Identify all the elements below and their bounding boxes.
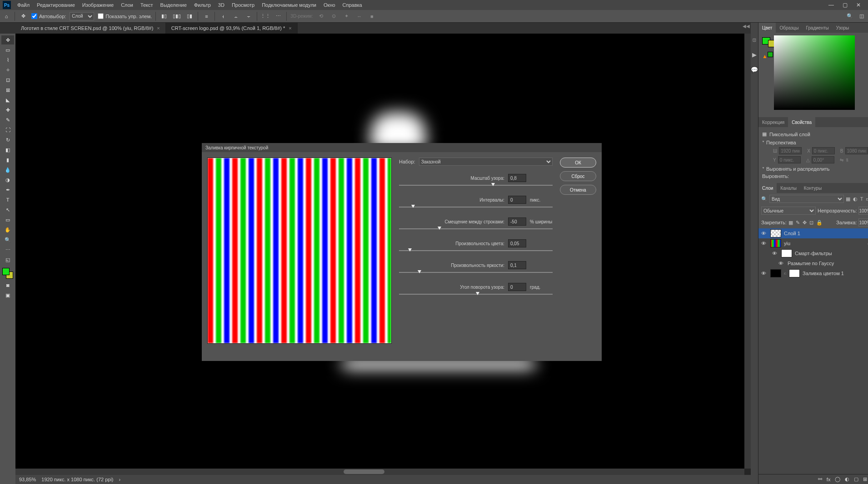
menu-file[interactable]: Файл (14, 2, 33, 8)
library-icon[interactable]: ⎅ (753, 36, 756, 43)
layer-filter-kind[interactable]: Вид (769, 195, 844, 203)
foreground-background-colors[interactable] (1, 267, 14, 280)
blend-mode-select[interactable]: Обычные (761, 207, 816, 215)
param-slider[interactable] (399, 250, 553, 251)
lock-paint-icon[interactable]: ✎ (796, 220, 800, 226)
screen-mode-icon[interactable]: ▣ (1, 291, 14, 300)
foreground-color[interactable] (2, 268, 10, 275)
link-layers-icon[interactable]: ⚯ (818, 476, 822, 482)
param-input[interactable] (508, 196, 526, 204)
lock-artboard-icon[interactable]: ⊡ (809, 220, 813, 226)
menu-layers[interactable]: Слои (117, 2, 137, 8)
align-right-icon[interactable]: ▯▮ (185, 12, 194, 21)
path-selection-tool[interactable]: ↖ (1, 205, 14, 214)
auto-select-checkbox[interactable]: Автовыбор: (31, 13, 66, 19)
angle-input[interactable] (812, 156, 834, 163)
rectangle-tool[interactable]: ▭ (1, 215, 14, 224)
tab-swatches[interactable]: Образцы (776, 23, 802, 33)
minimize-button[interactable]: — (824, 0, 838, 10)
eyedropper-tool[interactable]: ◣ (1, 95, 14, 104)
height-input[interactable] (845, 147, 868, 154)
tab-patterns[interactable]: Узоры (833, 23, 853, 33)
align-middle-icon[interactable]: ⫠ (231, 12, 240, 21)
layer-name[interactable]: Заливка цветом 1 (803, 271, 844, 276)
home-icon[interactable]: ⌂ (2, 12, 11, 21)
magic-wand-tool[interactable]: ✧ (1, 65, 14, 74)
comment-icon[interactable]: 💬 (751, 66, 758, 73)
tab-channels[interactable]: Каналы (777, 183, 800, 193)
zoom-level[interactable]: 93,85% (19, 477, 36, 482)
pattern-preview[interactable] (207, 158, 392, 344)
filter-adjust-icon[interactable]: ◐ (853, 196, 858, 202)
move-tool-icon[interactable]: ✥ (19, 12, 28, 21)
tab-properties[interactable]: Свойства (788, 117, 815, 127)
tab-adjustments[interactable]: Коррекция (758, 117, 788, 127)
tab-gradients[interactable]: Градиенты (802, 23, 832, 33)
param-input[interactable] (508, 239, 526, 247)
status-menu-icon[interactable]: › (119, 477, 121, 482)
visibility-toggle[interactable]: 👁 (772, 251, 778, 256)
menu-edit[interactable]: Редактирование (33, 2, 79, 8)
vertical-scrollbar[interactable] (744, 34, 751, 469)
document-tab[interactable]: Логотип в стиле CRT SCREEN.psd @ 100% (y… (15, 23, 166, 34)
new-layer-icon[interactable]: ⊞ (863, 476, 867, 482)
menu-help[interactable]: Справка (339, 2, 366, 8)
overflow-icon[interactable]: ⋯ (274, 12, 283, 21)
move-tool[interactable]: ✥ (1, 35, 14, 44)
visibility-toggle[interactable]: 👁 (778, 261, 785, 266)
quick-mask-icon[interactable]: ◙ (1, 281, 14, 290)
document-tab[interactable]: CRT-screen logo.psd @ 93,9% (Слой 1, RGB… (166, 23, 298, 34)
layer-row[interactable]: 👁 ⎌ Заливка цветом 1 (758, 268, 868, 278)
param-input[interactable] (508, 174, 526, 182)
x-input[interactable] (812, 147, 835, 154)
fill-input[interactable] (858, 218, 868, 227)
healing-brush-tool[interactable]: ✚ (1, 105, 14, 114)
menu-text[interactable]: Текст (137, 2, 157, 8)
workspace-icon[interactable]: ◫ (857, 12, 866, 21)
zoom-tool[interactable]: 🔍 (1, 235, 14, 244)
filter-pixel-icon[interactable]: ▦ (846, 196, 850, 202)
layer-name[interactable]: yiu (784, 241, 790, 246)
lasso-tool[interactable]: ⌇ (1, 55, 14, 64)
close-button[interactable]: ✕ (852, 0, 865, 10)
filter-shape-icon[interactable]: ▭ (866, 196, 868, 202)
clone-stamp-tool[interactable]: ⛶ (1, 125, 14, 134)
align-bottom-icon[interactable]: ⫟ (244, 12, 253, 21)
param-slider[interactable] (399, 294, 553, 295)
layer-row[interactable]: 👁 yiu ◎ ˄ (758, 238, 868, 248)
layer-row[interactable]: 👁 Смарт-фильтры (758, 248, 868, 258)
layer-row[interactable]: 👁 Слой 1 (758, 228, 868, 238)
layer-row[interactable]: 👁 Размытие по Гауссу ≡ (758, 258, 868, 268)
gradient-tool[interactable]: ▮ (1, 155, 14, 164)
distribute-icon[interactable]: ⋮⋮ (261, 12, 270, 21)
layer-thumbnail[interactable] (770, 239, 781, 247)
lock-position-icon[interactable]: ✥ (803, 220, 807, 226)
flip-h-icon[interactable]: ⇋ (840, 158, 843, 163)
group-icon[interactable]: ▢ (854, 476, 858, 482)
show-transform-controls[interactable]: Показать упр. элем. (98, 13, 152, 19)
collapse-panels-icon[interactable]: ◀◀ (743, 24, 750, 29)
param-slider[interactable] (399, 272, 553, 273)
type-tool[interactable]: T (1, 195, 14, 204)
preset-select[interactable]: Заказной (419, 158, 553, 166)
width-input[interactable] (779, 147, 802, 154)
filter-type-icon[interactable]: T (860, 196, 863, 202)
y-input[interactable] (778, 156, 801, 163)
menu-image[interactable]: Изображение (79, 2, 117, 8)
close-tab-icon[interactable]: × (289, 25, 291, 31)
layer-thumbnail[interactable] (770, 229, 781, 237)
edit-toolbar[interactable]: ⋯ (1, 245, 14, 254)
play-icon[interactable]: ▶ (752, 51, 757, 58)
tab-layers[interactable]: Слои (758, 183, 777, 193)
pen-tool[interactable]: ✒ (1, 185, 14, 194)
blur-tool[interactable]: 💧 (1, 165, 14, 174)
tab-paths[interactable]: Контуры (800, 183, 825, 193)
history-brush-tool[interactable]: ↻ (1, 135, 14, 144)
smart-filters-thumbnail[interactable] (781, 249, 792, 257)
param-slider[interactable] (399, 228, 553, 229)
align-section[interactable]: ˅ Выровнять и распределить (762, 166, 868, 172)
menu-plugins[interactable]: Подключаемые модули (258, 2, 320, 8)
dodge-tool[interactable]: ◑ (1, 175, 14, 184)
layer-mask-icon[interactable]: ◯ (835, 476, 840, 482)
lock-all-icon[interactable]: 🔒 (816, 220, 823, 226)
